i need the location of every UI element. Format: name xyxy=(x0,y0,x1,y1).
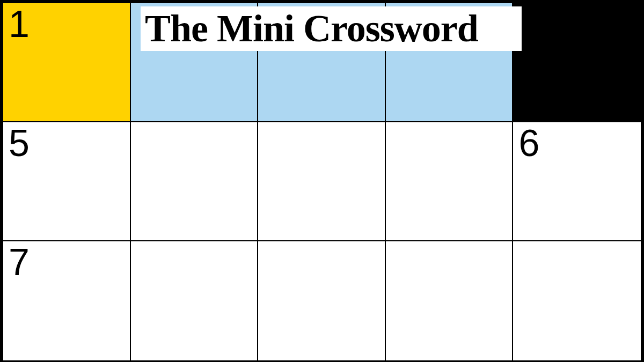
crossword-grid: 1567 xyxy=(3,3,641,359)
crossword-cell[interactable]: 6 xyxy=(513,122,641,241)
crossword-cell[interactable] xyxy=(258,241,386,360)
crossword-cell xyxy=(513,3,641,122)
crossword-cell[interactable] xyxy=(258,122,386,241)
cell-number: 5 xyxy=(9,124,30,162)
crossword-board: 1567 The Mini Crossword xyxy=(0,0,644,362)
cell-number: 7 xyxy=(9,243,30,281)
cell-number: 6 xyxy=(518,124,539,162)
crossword-cell[interactable] xyxy=(131,241,259,360)
crossword-cell[interactable] xyxy=(386,122,514,241)
crossword-cell[interactable]: 1 xyxy=(3,3,131,122)
puzzle-title: The Mini Crossword xyxy=(141,6,522,51)
crossword-cell[interactable]: 5 xyxy=(3,122,131,241)
crossword-cell[interactable] xyxy=(513,241,641,360)
crossword-cell[interactable] xyxy=(386,241,514,360)
crossword-cell[interactable] xyxy=(131,122,259,241)
cell-number: 1 xyxy=(9,5,30,43)
crossword-cell[interactable]: 7 xyxy=(3,241,131,360)
